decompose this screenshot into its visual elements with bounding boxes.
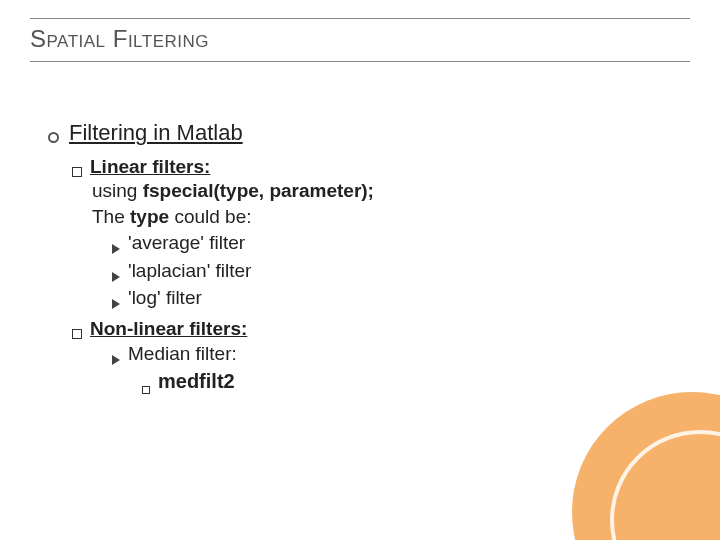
triangle-bullet-icon bbox=[112, 299, 120, 309]
slide-title: Spatial Filtering bbox=[30, 25, 690, 53]
linear-line-1: using fspecial(type, parameter); bbox=[92, 178, 720, 204]
content-area: Filtering in Matlab Linear filters: usin… bbox=[48, 120, 720, 396]
nonlinear-heading-row: Non-linear filters: bbox=[72, 318, 720, 340]
linear-line2-prefix: The bbox=[92, 206, 130, 227]
nonlinear-heading: Non-linear filters: bbox=[90, 318, 247, 340]
linear-item-0: 'average' filter bbox=[128, 229, 245, 257]
nonlinear-item: Median filter: bbox=[128, 340, 237, 368]
linear-line1-prefix: using bbox=[92, 180, 143, 201]
linear-item-2: 'log' filter bbox=[128, 284, 202, 312]
linear-line1-code: fspecial(type, parameter); bbox=[143, 180, 374, 201]
square-bullet-icon bbox=[72, 167, 82, 177]
section-heading-row: Filtering in Matlab bbox=[48, 120, 720, 146]
nonlinear-sub-row: medfilt2 bbox=[142, 367, 720, 396]
linear-item-1: 'laplacian' filter bbox=[128, 257, 251, 285]
title-bar: Spatial Filtering bbox=[30, 18, 690, 62]
ring-bullet-icon bbox=[48, 132, 59, 143]
small-square-bullet-icon bbox=[142, 386, 150, 394]
nonlinear-item-row: Median filter: bbox=[112, 340, 720, 368]
triangle-bullet-icon bbox=[112, 272, 120, 282]
nonlinear-sub: medfilt2 bbox=[158, 367, 235, 396]
section-heading: Filtering in Matlab bbox=[69, 120, 243, 146]
linear-heading-row: Linear filters: bbox=[72, 156, 720, 178]
triangle-bullet-icon bbox=[112, 244, 120, 254]
triangle-bullet-icon bbox=[112, 355, 120, 365]
linear-line2-bold: type bbox=[130, 206, 169, 227]
linear-item-row: 'log' filter bbox=[112, 284, 720, 312]
linear-item-row: 'average' filter bbox=[112, 229, 720, 257]
linear-line2-suffix: could be: bbox=[169, 206, 251, 227]
linear-heading: Linear filters: bbox=[90, 156, 210, 178]
square-bullet-icon bbox=[72, 329, 82, 339]
linear-item-row: 'laplacian' filter bbox=[112, 257, 720, 285]
linear-line-2: The type could be: bbox=[92, 204, 720, 230]
